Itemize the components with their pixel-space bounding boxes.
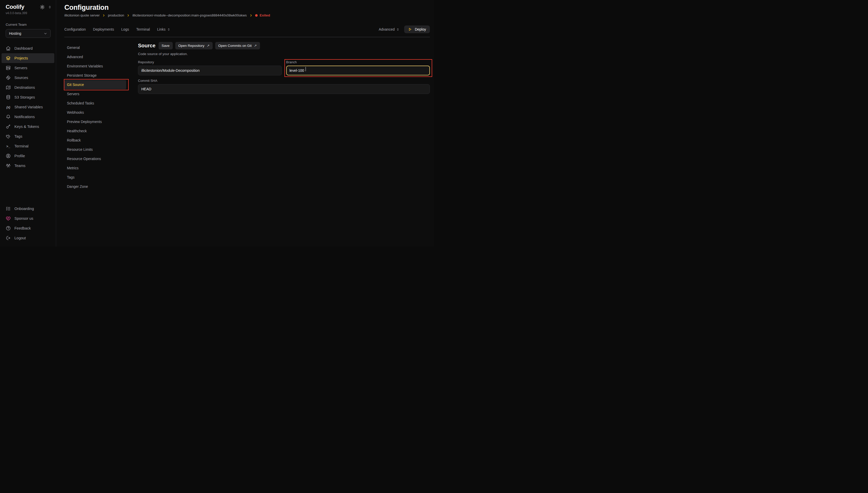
tab-logs[interactable]: Logs bbox=[121, 27, 129, 31]
sidebar-item-feedback[interactable]: Feedback bbox=[0, 223, 56, 233]
chevrons-up-down-icon bbox=[396, 28, 400, 31]
external-link-icon: ↗ bbox=[207, 44, 210, 47]
server-icon bbox=[6, 65, 11, 70]
sidebar-item-label: Destinations bbox=[15, 85, 35, 89]
open-commits-button[interactable]: Open Commits on Git ↗ bbox=[215, 42, 260, 49]
branch-field-group: Branch bbox=[286, 60, 430, 76]
subnav-item-git-source[interactable]: Git Source bbox=[64, 80, 126, 89]
repository-label: Repository bbox=[138, 60, 282, 64]
sidebar-item-s3-storages[interactable]: S3 Storages bbox=[0, 92, 56, 102]
tab-configuration[interactable]: Configuration bbox=[64, 27, 86, 31]
status-text: Exited bbox=[260, 14, 270, 17]
sidebar: Coolify v4.0.0-beta.399 Current Team Hos… bbox=[0, 0, 56, 246]
git-icon bbox=[6, 75, 11, 80]
sidebar-item-logout[interactable]: Logout bbox=[0, 233, 56, 243]
terminal-icon: >_ bbox=[6, 144, 11, 149]
source-heading: Source bbox=[138, 43, 155, 49]
sidebar-item-label: Shared Variables bbox=[15, 105, 43, 109]
subnav-item-advanced[interactable]: Advanced bbox=[64, 52, 126, 62]
sidebar-item-destinations[interactable]: Destinations bbox=[0, 83, 56, 92]
commit-sha-input[interactable] bbox=[138, 84, 430, 94]
breadcrumb-application[interactable]: illicitestonion/-module--decomposition:m… bbox=[132, 14, 247, 17]
sidebar-item-tags[interactable]: Tags bbox=[0, 131, 56, 141]
tabs: Configuration Deployments Logs Terminal … bbox=[64, 27, 170, 31]
open-repository-label: Open Repository bbox=[178, 44, 205, 48]
sidebar-item-label: Servers bbox=[15, 66, 27, 70]
branch-input[interactable] bbox=[286, 66, 430, 76]
tab-deployments[interactable]: Deployments bbox=[93, 27, 114, 31]
subnav-item-environment-variables[interactable]: Environment Variables bbox=[64, 62, 126, 71]
sidebar-item-projects[interactable]: Projects bbox=[2, 53, 54, 63]
subnav-item-resource-limits[interactable]: Resource Limits bbox=[64, 145, 126, 154]
current-team-label: Current Team bbox=[0, 15, 56, 26]
commit-sha-label: Commit SHA bbox=[138, 79, 430, 83]
users-icon bbox=[6, 163, 11, 168]
branch-label: Branch bbox=[286, 60, 430, 64]
sidebar-item-notifications[interactable]: Notifications bbox=[0, 112, 56, 122]
subnav-item-healthcheck[interactable]: Healthcheck bbox=[64, 126, 126, 135]
subnav-item-scheduled-tasks[interactable]: Scheduled Tasks bbox=[64, 99, 126, 108]
repository-field-group: Repository bbox=[138, 60, 282, 76]
bell-icon bbox=[6, 114, 11, 120]
tab-terminal[interactable]: Terminal bbox=[136, 27, 150, 31]
subnav-item-metrics[interactable]: Metrics bbox=[64, 164, 126, 173]
save-button[interactable]: Save bbox=[158, 42, 173, 49]
team-select[interactable]: Hosting bbox=[6, 29, 51, 38]
chevrons-up-down-icon bbox=[167, 28, 170, 31]
sidebar-item-onboarding[interactable]: Onboarding bbox=[0, 204, 56, 214]
sidebar-item-profile[interactable]: Profile bbox=[0, 151, 56, 161]
breadcrumb: illicitonion quote server production ill… bbox=[64, 14, 430, 17]
sidebar-footer-nav: Onboarding Sponsor us Feedback Logout bbox=[0, 204, 56, 243]
sidebar-nav: Dashboard Projects Servers Sources Desti… bbox=[0, 43, 56, 171]
sidebar-item-terminal[interactable]: >_ Terminal bbox=[0, 141, 56, 151]
subnav-item-webhooks[interactable]: Webhooks bbox=[64, 108, 126, 117]
sidebar-item-teams[interactable]: Teams bbox=[0, 161, 56, 171]
sidebar-item-sources[interactable]: Sources bbox=[0, 73, 56, 83]
database-icon bbox=[6, 95, 11, 100]
chevron-down-icon bbox=[43, 31, 47, 36]
main-content: Configuration illicitonion quote server … bbox=[56, 0, 434, 246]
deploy-label: Deploy bbox=[415, 27, 426, 31]
tab-links[interactable]: Links bbox=[157, 27, 170, 31]
subnav-item-persistent-storage[interactable]: Persistent Storage bbox=[64, 71, 126, 80]
sidebar-item-keys-tokens[interactable]: Keys & Tokens bbox=[0, 122, 56, 131]
logo-row: Coolify bbox=[0, 4, 56, 10]
checklist-icon bbox=[6, 206, 11, 211]
subnav-item-tags[interactable]: Tags bbox=[64, 173, 126, 182]
home-icon bbox=[6, 46, 11, 51]
key-icon bbox=[6, 124, 11, 129]
theme-toggle-sun-icon[interactable] bbox=[40, 5, 45, 9]
subnav-item-preview-deployments[interactable]: Preview Deployments bbox=[64, 117, 126, 126]
sidebar-item-label: Teams bbox=[15, 164, 25, 168]
subnav-item-rollback[interactable]: Rollback bbox=[64, 135, 126, 145]
sidebar-item-label: Notifications bbox=[15, 115, 35, 119]
deploy-button[interactable]: Deploy bbox=[404, 25, 430, 33]
breadcrumb-project[interactable]: illicitonion quote server bbox=[64, 14, 100, 17]
breadcrumb-environment[interactable]: production bbox=[108, 14, 124, 17]
page-title: Configuration bbox=[64, 4, 430, 12]
sidebar-item-sponsor-us[interactable]: Sponsor us bbox=[0, 214, 56, 223]
sidebar-item-label: Terminal bbox=[15, 144, 28, 148]
sidebar-item-shared-variables[interactable]: (x) Shared Variables bbox=[0, 102, 56, 112]
chevron-right-icon bbox=[127, 14, 130, 17]
status-badge[interactable]: Exited bbox=[255, 14, 270, 17]
subnav-item-general[interactable]: General bbox=[64, 43, 126, 52]
subnav-item-servers[interactable]: Servers bbox=[64, 89, 126, 99]
open-repository-button[interactable]: Open Repository ↗ bbox=[175, 42, 213, 49]
repository-input[interactable] bbox=[138, 66, 282, 76]
advanced-menu[interactable]: Advanced bbox=[379, 27, 400, 31]
sidebar-item-servers[interactable]: Servers bbox=[0, 63, 56, 73]
sidebar-item-dashboard[interactable]: Dashboard bbox=[0, 43, 56, 53]
play-icon bbox=[408, 27, 412, 31]
theme-selector-chevrons-icon[interactable] bbox=[48, 5, 52, 9]
logout-icon bbox=[6, 235, 11, 241]
sidebar-item-label: Keys & Tokens bbox=[15, 125, 39, 129]
sidebar-item-label: Profile bbox=[15, 154, 25, 158]
status-dot-icon bbox=[255, 14, 258, 17]
external-link-icon: ↗ bbox=[254, 44, 257, 47]
user-icon bbox=[6, 153, 11, 158]
subnav-item-danger-zone[interactable]: Danger Zone bbox=[64, 182, 126, 191]
map-icon bbox=[6, 85, 11, 90]
coolify-app: Coolify v4.0.0-beta.399 Current Team Hos… bbox=[0, 0, 434, 246]
subnav-item-resource-operations[interactable]: Resource Operations bbox=[64, 154, 126, 164]
